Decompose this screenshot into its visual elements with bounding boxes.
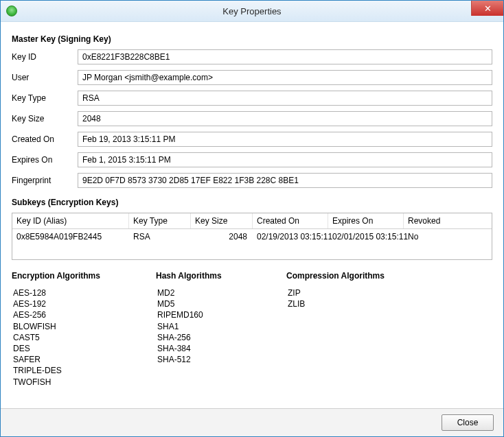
field-key-id[interactable]: 0xE8221F3B228C8BE1	[78, 49, 492, 64]
list-item: TRIPLE-DES	[12, 365, 128, 376]
close-button[interactable]: Close	[442, 414, 494, 431]
list-item: ZLIB	[286, 298, 403, 309]
hash-list: MD2MD5RIPEMD160SHA1SHA-256SHA-384SHA-512	[156, 287, 259, 365]
app-icon	[6, 5, 17, 16]
close-icon: ✕	[484, 4, 492, 13]
col-key-size[interactable]: Key Size	[191, 213, 253, 228]
encryption-list: AES-128AES-192AES-256BLOWFISHCAST5DESSAF…	[12, 287, 128, 388]
list-item: BLOWFISH	[12, 321, 128, 332]
encryption-heading: Encryption Algorithms	[12, 271, 128, 281]
list-item: SHA-512	[156, 354, 259, 365]
list-item: SHA-256	[156, 332, 259, 343]
label-key-id: Key ID	[12, 52, 73, 62]
master-key-heading: Master Key (Signing Key)	[12, 34, 492, 44]
field-user[interactable]: JP Morgan <jsmith@example.com>	[78, 70, 492, 85]
list-item: RIPEMD160	[156, 309, 259, 320]
table-spacer	[12, 244, 492, 259]
cell-revoked: No	[404, 229, 492, 244]
algorithms-section: Encryption Algorithms AES-128AES-192AES-…	[12, 271, 492, 388]
label-key-type: Key Type	[12, 93, 73, 103]
label-created-on: Created On	[12, 134, 73, 144]
window-title: Key Properties	[1, 6, 503, 16]
list-item: AES-192	[12, 298, 128, 309]
label-user: User	[12, 73, 73, 82]
table-row[interactable]: 0x8E5984A019FB2445 RSA 2048 02/19/2013 0…	[12, 229, 492, 244]
list-item: AES-256	[12, 309, 128, 320]
master-key-form: Key ID 0xE8221F3B228C8BE1 User JP Morgan…	[12, 49, 492, 188]
list-item: ZIP	[286, 287, 403, 298]
cell-key-id-alias: 0x8E5984A019FB2445	[12, 229, 129, 244]
field-fingerprint[interactable]: 9E2D 0F7D 8573 3730 2D85 17EF E822 1F3B …	[78, 173, 492, 188]
list-item: SAFER	[12, 354, 128, 365]
cell-created-on: 02/19/2013 03:15:11	[253, 229, 328, 244]
list-item: AES-128	[12, 287, 128, 298]
subkeys-table: Key ID (Alias) Key Type Key Size Created…	[12, 213, 492, 260]
cell-expires-on: 02/01/2015 03:15:11	[328, 229, 404, 244]
list-item: MD5	[156, 298, 259, 309]
list-item: TWOFISH	[12, 377, 128, 388]
encryption-algorithms: Encryption Algorithms AES-128AES-192AES-…	[12, 271, 128, 388]
titlebar: Key Properties ✕	[1, 1, 503, 22]
subkeys-heading: Subkeys (Encryption Keys)	[12, 198, 492, 207]
col-key-type[interactable]: Key Type	[129, 213, 191, 228]
col-created-on[interactable]: Created On	[253, 213, 328, 228]
label-key-size: Key Size	[12, 114, 73, 123]
dialog-footer: Close	[1, 408, 503, 436]
label-fingerprint: Fingerprint	[12, 176, 73, 185]
subkeys-header-row: Key ID (Alias) Key Type Key Size Created…	[12, 213, 492, 229]
field-key-type[interactable]: RSA	[78, 91, 492, 106]
field-key-size[interactable]: 2048	[78, 111, 492, 126]
col-expires-on[interactable]: Expires On	[328, 213, 404, 228]
content-area: Master Key (Signing Key) Key ID 0xE8221F…	[1, 22, 503, 408]
compression-list: ZIPZLIB	[286, 287, 403, 309]
key-properties-window: Key Properties ✕ Master Key (Signing Key…	[0, 0, 504, 437]
list-item: SHA1	[156, 321, 259, 332]
field-expires-on[interactable]: Feb 1, 2015 3:15:11 PM	[78, 152, 492, 167]
compression-algorithms: Compression Algorithms ZIPZLIB	[286, 271, 403, 388]
col-key-id-alias[interactable]: Key ID (Alias)	[12, 213, 129, 228]
label-expires-on: Expires On	[12, 155, 73, 165]
cell-key-type: RSA	[129, 229, 191, 244]
hash-heading: Hash Algorithms	[156, 271, 259, 281]
list-item: SHA-384	[156, 343, 259, 354]
cell-key-size: 2048	[191, 229, 253, 244]
field-created-on[interactable]: Feb 19, 2013 3:15:11 PM	[78, 132, 492, 147]
compression-heading: Compression Algorithms	[286, 271, 403, 281]
list-item: MD2	[156, 287, 259, 298]
col-revoked[interactable]: Revoked	[404, 213, 492, 228]
list-item: DES	[12, 343, 128, 354]
list-item: CAST5	[12, 332, 128, 343]
window-close-button[interactable]: ✕	[471, 1, 503, 16]
hash-algorithms: Hash Algorithms MD2MD5RIPEMD160SHA1SHA-2…	[156, 271, 259, 388]
